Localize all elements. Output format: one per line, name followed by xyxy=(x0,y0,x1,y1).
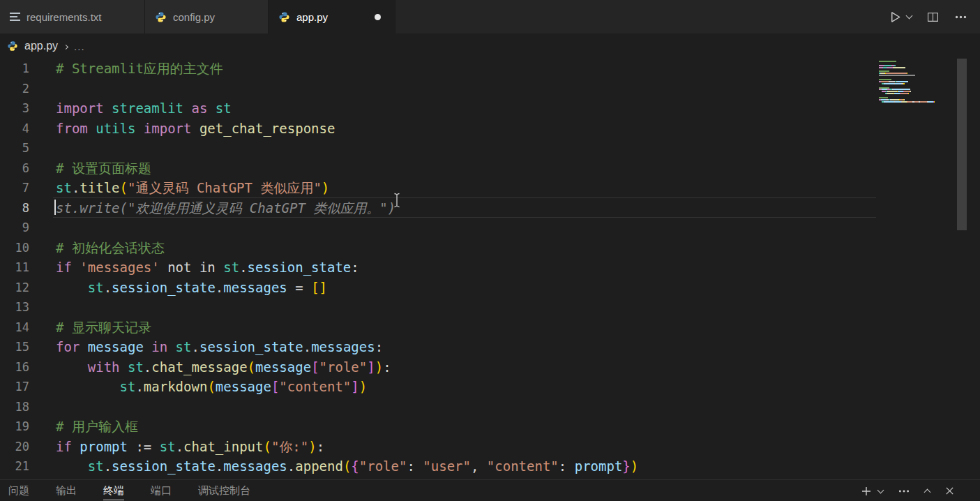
minimap-token xyxy=(882,89,887,90)
minimap-token xyxy=(897,81,907,82)
code-token: ] xyxy=(367,359,375,375)
line-number[interactable]: 17 xyxy=(0,377,29,397)
line-number[interactable]: 16 xyxy=(0,357,29,377)
panel-tab-output[interactable]: 输出 xyxy=(56,481,77,500)
run-dropdown-chevron-icon[interactable] xyxy=(907,15,912,18)
code-token: ( xyxy=(343,458,351,474)
split-editor-button[interactable] xyxy=(927,11,939,23)
vertical-scrollbar[interactable] xyxy=(957,59,967,230)
panel-tab-debug-console[interactable]: 调试控制台 xyxy=(198,481,250,500)
more-actions-button[interactable] xyxy=(954,10,967,24)
code-line[interactable]: 15for message in st.session_state.messag… xyxy=(0,337,980,357)
line-number[interactable]: 11 xyxy=(0,257,29,278)
breadcrumb-more[interactable]: ... xyxy=(74,40,85,52)
code-line[interactable]: 5 xyxy=(0,138,980,158)
code-token: messages xyxy=(223,458,287,474)
line-number[interactable]: 15 xyxy=(0,337,29,357)
line-number[interactable]: 13 xyxy=(0,297,29,317)
code-line[interactable]: 21 st.session_state.messages.append({"ro… xyxy=(0,456,980,477)
code-line[interactable]: 1# Streamlit应用的主文件 xyxy=(0,59,980,79)
code-token: . xyxy=(176,439,183,454)
modified-dot-icon[interactable] xyxy=(375,14,381,20)
minimap-token xyxy=(884,65,891,66)
line-number[interactable]: 19 xyxy=(0,417,29,437)
line-number[interactable]: 6 xyxy=(0,158,29,179)
code-line[interactable]: 19# 用户输入框 xyxy=(0,417,980,437)
run-button[interactable] xyxy=(889,10,902,24)
code-line[interactable]: 14# 显示聊天记录 xyxy=(0,317,980,338)
code-token: : xyxy=(351,260,359,275)
code-text: st.markdown(message["content"]) xyxy=(56,377,367,397)
line-number[interactable]: 10 xyxy=(0,238,29,258)
code-line[interactable]: 2 xyxy=(0,79,980,99)
code-token: message xyxy=(88,339,144,354)
code-token: in xyxy=(144,339,176,354)
code-token: message xyxy=(255,359,311,375)
text-caret xyxy=(54,200,56,215)
code-editor[interactable]: 1# Streamlit应用的主文件23import streamlit as … xyxy=(0,59,980,479)
line-number[interactable]: 4 xyxy=(0,119,29,139)
python-icon xyxy=(278,11,290,23)
code-line[interactable]: 7st.title("通义灵码 ChatGPT 类似应用") xyxy=(0,178,980,198)
minimap-token xyxy=(907,81,908,82)
code-token: . xyxy=(287,458,295,474)
code-token: . xyxy=(216,458,223,474)
code-token: . xyxy=(135,379,143,394)
panel-tab-terminal[interactable]: 终端 xyxy=(103,481,124,500)
breadcrumb-file[interactable]: app.py xyxy=(24,40,58,52)
line-number[interactable]: 9 xyxy=(0,218,29,238)
code-text: st.title("通义灵码 ChatGPT 类似应用") xyxy=(56,178,329,198)
line-number[interactable]: 5 xyxy=(0,138,29,158)
code-line[interactable]: 12 st.session_state.messages = [] xyxy=(0,278,980,298)
code-line[interactable]: 13 xyxy=(0,297,980,317)
code-token: ( xyxy=(120,180,128,195)
line-number[interactable]: 14 xyxy=(0,317,29,338)
tab-config-py[interactable]: config.py xyxy=(145,0,269,33)
line-number[interactable]: 12 xyxy=(0,278,29,298)
minimap-token xyxy=(914,101,919,103)
code-token: , xyxy=(471,458,487,474)
code-token: utils xyxy=(96,121,135,136)
code-token: from xyxy=(56,121,96,136)
code-line[interactable]: 20if prompt := st.chat_input("你:"): xyxy=(0,437,980,457)
line-number[interactable]: 8 xyxy=(0,198,29,218)
code-token: : xyxy=(317,439,324,454)
line-number[interactable]: 3 xyxy=(0,98,29,119)
code-line[interactable]: 10# 初始化会话状态 xyxy=(0,238,980,258)
minimap-line xyxy=(879,101,950,103)
chevron-right-icon xyxy=(63,44,68,49)
code-token: ( xyxy=(207,379,215,394)
code-token: session_state xyxy=(112,458,216,474)
panel-tab-ports[interactable]: 端口 xyxy=(151,481,172,500)
code-line[interactable]: 9 xyxy=(0,218,980,238)
minimap[interactable] xyxy=(879,61,950,103)
line-number[interactable]: 20 xyxy=(0,437,29,457)
code-line[interactable]: 3import streamlit as st xyxy=(0,98,980,119)
panel-more-icon[interactable] xyxy=(898,485,910,498)
line-number[interactable]: 2 xyxy=(0,79,29,99)
line-number[interactable]: 18 xyxy=(0,397,29,417)
close-panel-icon[interactable] xyxy=(944,486,955,496)
code-token: : xyxy=(383,359,391,375)
code-line[interactable]: 6# 设置页面标题 xyxy=(0,158,980,179)
tab-requirements-txt[interactable]: requirements.txt xyxy=(0,0,145,33)
new-terminal-icon[interactable] xyxy=(861,486,872,497)
code-line[interactable]: 16 with st.chat_message(message["role"])… xyxy=(0,357,980,377)
code-text: import streamlit as st xyxy=(56,98,232,119)
line-number[interactable]: 1 xyxy=(0,59,29,79)
line-number[interactable]: 21 xyxy=(0,456,29,477)
maximize-panel-chevron-up-icon[interactable] xyxy=(925,487,930,495)
code-line[interactable]: 17 st.markdown(message["content"]) xyxy=(0,377,980,397)
code-line[interactable]: 4from utils import get_chat_response xyxy=(0,119,980,139)
minimap-token xyxy=(891,99,899,100)
code-line[interactable]: 8st.write("欢迎使用通义灵码 ChatGPT 类似应用。") xyxy=(0,198,980,218)
minimap-token xyxy=(895,83,901,84)
terminal-dropdown-chevron-icon[interactable] xyxy=(878,490,883,493)
tab-app-py[interactable]: app.py xyxy=(269,0,395,33)
line-number[interactable]: 7 xyxy=(0,178,29,198)
code-token: import xyxy=(56,100,112,116)
panel-tab-problems[interactable]: 问题 xyxy=(8,481,29,500)
code-token: # 初始化会话状态 xyxy=(56,240,165,255)
code-line[interactable]: 18 xyxy=(0,397,980,417)
code-line[interactable]: 11if 'messages' not in st.session_state: xyxy=(0,257,980,278)
